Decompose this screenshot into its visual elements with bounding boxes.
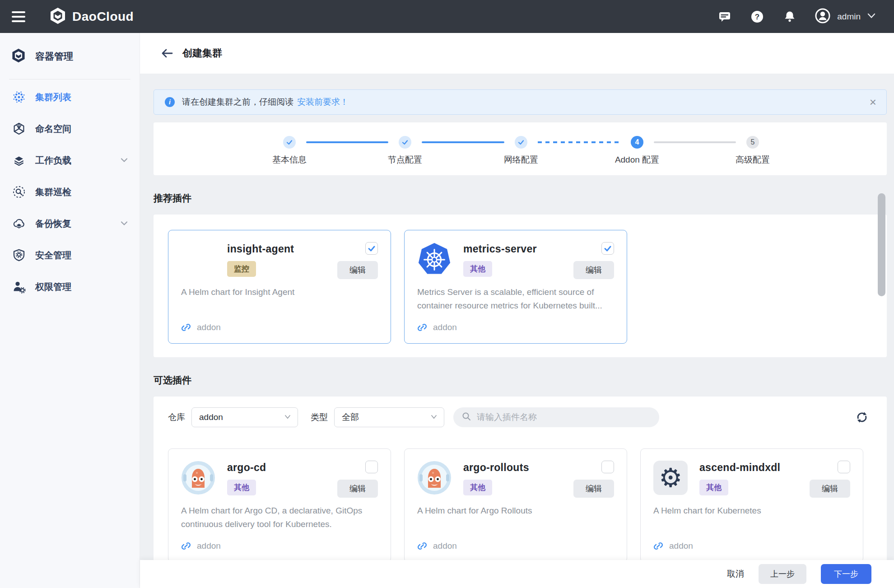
plugin-title: metrics-server [463, 243, 614, 255]
main-content: i 请在创建集群之前，仔细阅读 安装前要求！ × 基本信息 节点配置 [140, 74, 894, 588]
menu-icon[interactable] [12, 11, 27, 23]
link-icon [181, 541, 191, 551]
plugin-checkbox[interactable] [601, 461, 614, 473]
plugin-search[interactable] [453, 407, 659, 427]
plugin-description: A Helm chart for Argo Rollouts [417, 504, 614, 518]
help-icon[interactable]: ? [750, 9, 765, 24]
step-addon-config[interactable]: 4 Addon 配置 [592, 122, 682, 166]
pre-install-requirements-link[interactable]: 安装前要求！ [297, 96, 349, 108]
addon-repo-link[interactable]: addon [417, 541, 457, 551]
sidebar-section-container-mgmt[interactable]: 容器管理 [0, 40, 140, 73]
plugin-card-ascend-mindxdl[interactable]: ⚙ ascend-mindxdl 其他 编辑 [640, 448, 863, 562]
filter-row: 仓库 addon 类型 全部 [168, 407, 872, 427]
sidebar-item-cluster-list[interactable]: 集群列表 [0, 81, 140, 113]
plugin-card-metrics-server[interactable]: metrics-server 其他 编辑 Metrics Server is a… [404, 230, 627, 344]
recommended-plugins-panel: insight-agent 监控 编辑 A Helm chart for Ins… [154, 215, 887, 357]
avatar-icon [815, 8, 831, 26]
step-number: 4 [631, 136, 643, 149]
search-input[interactable] [477, 412, 651, 422]
argo-icon [181, 461, 215, 495]
step-check-icon [283, 136, 296, 149]
optional-cards-row: argo-cd 其他 编辑 A Helm chart for Argo CD, … [168, 427, 872, 576]
type-select[interactable]: 全部 [334, 407, 444, 427]
link-icon [417, 541, 427, 551]
edit-button[interactable]: 编辑 [337, 480, 378, 498]
app-root: DaoCloud ? [0, 0, 894, 588]
link-icon [417, 322, 427, 332]
username: admin [837, 12, 861, 22]
cube-icon [11, 48, 26, 65]
sidebar-item-permissions[interactable]: 权限管理 [0, 271, 140, 303]
top-bar: DaoCloud ? [0, 0, 894, 33]
sidebar-item-cluster-inspection[interactable]: 集群巡检 [0, 176, 140, 208]
repo-select[interactable]: addon [191, 407, 298, 427]
step-node-config[interactable]: 节点配置 [360, 122, 450, 166]
type-filter-label: 类型 [311, 411, 328, 423]
sidebar-item-label: 备份恢复 [35, 218, 71, 230]
refresh-icon[interactable] [854, 410, 870, 425]
link-icon [653, 541, 663, 551]
addon-repo-link[interactable]: addon [181, 322, 221, 332]
user-gear-icon [12, 280, 26, 294]
optional-plugins-heading: 可选插件 [154, 374, 887, 387]
step-check-icon [399, 136, 411, 149]
search-icon [461, 411, 471, 423]
addon-repo-link[interactable]: addon [181, 541, 221, 551]
plugin-checkbox[interactable] [838, 461, 850, 473]
step-connector [306, 141, 388, 143]
banner-text: 请在创建集群之前，仔细阅读 [182, 96, 293, 108]
close-icon[interactable]: × [870, 96, 876, 108]
plugin-card-argo-cd[interactable]: argo-cd 其他 编辑 A Helm chart for Argo CD, … [168, 448, 391, 562]
edit-button[interactable]: 编辑 [573, 480, 614, 498]
plugin-checkbox[interactable] [365, 461, 378, 473]
sidebar-item-backup-restore[interactable]: 备份恢复 [0, 208, 140, 239]
sidebar-item-security-mgmt[interactable]: 安全管理 [0, 239, 140, 271]
brand-name: DaoCloud [72, 9, 134, 24]
namespace-cube-icon [12, 121, 26, 136]
step-check-icon [515, 136, 527, 149]
plugin-card-insight-agent[interactable]: insight-agent 监控 编辑 A Helm chart for Ins… [168, 230, 391, 344]
category-tag: 其他 [227, 480, 256, 495]
sidebar-item-namespace[interactable]: 命名空间 [0, 113, 140, 145]
sidebar-section-label: 容器管理 [35, 50, 73, 63]
edit-button[interactable]: 编辑 [573, 261, 614, 279]
cancel-button[interactable]: 取消 [727, 568, 744, 580]
plugin-card-argo-rollouts[interactable]: argo-rollouts 其他 编辑 A Helm chart for Arg… [404, 448, 627, 562]
edit-button[interactable]: 编辑 [337, 261, 378, 279]
optional-plugins-panel: 仓库 addon 类型 全部 [154, 397, 887, 576]
repo-filter-label: 仓库 [168, 411, 185, 423]
inspection-magnifier-icon [12, 185, 26, 199]
shield-gear-icon [12, 248, 26, 262]
scrollbar-thumb[interactable] [878, 193, 885, 296]
bell-icon[interactable] [782, 9, 797, 24]
chevron-down-icon [430, 413, 438, 421]
plugin-description: A Helm chart for Insight Agent [181, 285, 378, 299]
addon-repo-link[interactable]: addon [653, 541, 693, 551]
addon-repo-link[interactable]: addon [417, 322, 457, 332]
step-network-config[interactable]: 网络配置 [476, 122, 566, 166]
chat-icon[interactable] [717, 9, 732, 24]
user-menu[interactable]: admin [815, 8, 876, 26]
back-arrow-icon[interactable] [161, 47, 174, 60]
sidebar-item-label: 集群巡检 [35, 186, 71, 198]
sidebar-item-workloads[interactable]: 工作负载 [0, 145, 140, 176]
recommended-plugins-heading: 推荐插件 [154, 192, 887, 205]
daocloud-logo-icon [49, 7, 67, 27]
next-step-button[interactable]: 下一步 [821, 564, 871, 584]
svg-text:?: ? [755, 13, 759, 21]
edit-button[interactable]: 编辑 [810, 480, 850, 498]
info-icon: i [165, 97, 175, 107]
plugin-title: argo-rollouts [463, 462, 614, 474]
step-basic-info[interactable]: 基本信息 [244, 122, 335, 166]
step-connector-pending [654, 141, 736, 143]
plugin-checkbox[interactable] [365, 242, 378, 255]
previous-step-button[interactable]: 上一步 [759, 564, 806, 584]
plugin-checkbox[interactable] [601, 242, 614, 255]
wizard-footer: 取消 上一步 下一步 [140, 560, 894, 588]
argo-icon [417, 461, 452, 495]
title-band: 创建集群 [140, 33, 894, 74]
step-connector [422, 141, 504, 143]
step-advanced-config[interactable]: 5 高级配置 [708, 122, 798, 166]
sidebar-item-label: 工作负载 [35, 154, 71, 167]
kubernetes-icon [417, 242, 452, 276]
